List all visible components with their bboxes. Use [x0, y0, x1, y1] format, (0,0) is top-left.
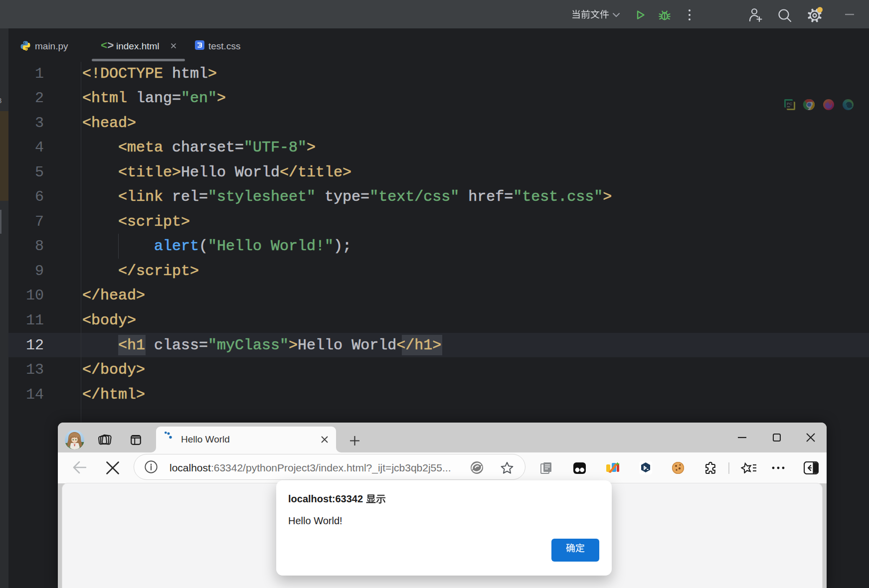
svg-text:PC: PC: [787, 102, 792, 106]
